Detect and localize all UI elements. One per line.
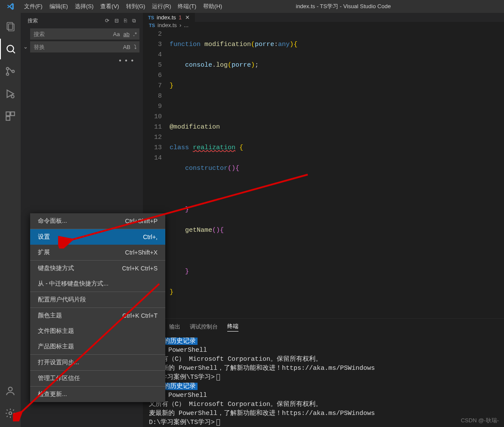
new-file-icon[interactable]: ⎘: [124, 18, 127, 24]
ts-icon: TS: [148, 15, 154, 20]
svg-point-12: [9, 412, 12, 415]
replace-all-icon[interactable]: ⤵: [134, 44, 137, 50]
panel-tab-output[interactable]: 输出: [169, 323, 180, 331]
tab-index-ts[interactable]: TS index.ts 1 ✕: [143, 13, 195, 22]
svg-point-11: [9, 387, 12, 391]
clear-icon[interactable]: ⊟: [114, 18, 119, 24]
panel-tab-debug[interactable]: 调试控制台: [190, 323, 218, 331]
collapse-icon[interactable]: ⧉: [132, 18, 136, 24]
svg-rect-10: [6, 117, 10, 120]
menu-file[interactable]: 文件(F): [21, 0, 46, 13]
breadcrumb-file: index.ts: [158, 22, 177, 28]
search-icon[interactable]: [0, 39, 21, 59]
account-icon[interactable]: [0, 381, 21, 401]
editor-area: TS index.ts 1 ✕ TS index.ts › ... 234567…: [143, 13, 504, 427]
code-editor[interactable]: 234567891011121314 function modification…: [143, 28, 504, 318]
breadcrumb[interactable]: TS index.ts › ...: [143, 22, 504, 28]
activity-bar: [0, 13, 21, 427]
preserve-case-icon[interactable]: AB: [123, 44, 130, 50]
match-case-icon[interactable]: Aa: [113, 31, 120, 37]
source-control-icon[interactable]: [0, 61, 21, 82]
breadcrumb-rest: ...: [184, 22, 189, 28]
menu-item[interactable]: 配置用户代码片段: [30, 292, 165, 307]
menu-edit[interactable]: 编辑(E): [46, 0, 71, 13]
window-title: index.ts - TS学习 - Visual Studio Code: [226, 3, 461, 10]
editor-tabs: TS index.ts 1 ✕: [143, 13, 504, 22]
panel-tabs: 1 输出 调试控制台 终端: [143, 319, 504, 335]
menu-select[interactable]: 选择(S): [71, 0, 97, 13]
menu-item[interactable]: 键盘快捷方式Ctrl+K Ctrl+S: [30, 261, 165, 276]
menu-item[interactable]: 文件图标主题: [30, 323, 165, 339]
refresh-icon[interactable]: ⟳: [105, 18, 109, 24]
close-icon[interactable]: ✕: [185, 14, 190, 21]
menu-item[interactable]: 检查更新...: [30, 387, 165, 402]
svg-line-3: [12, 51, 15, 53]
search-panel-title: 搜索: [28, 17, 38, 25]
ts-icon: TS: [149, 23, 155, 28]
menu-item[interactable]: 管理工作区信任: [30, 371, 165, 386]
run-debug-icon[interactable]: [0, 83, 21, 104]
match-whole-word-icon[interactable]: ab: [123, 31, 129, 37]
menu-item[interactable]: 命令面板...Ctrl+Shift+P: [30, 213, 165, 229]
gear-icon[interactable]: [0, 403, 21, 424]
menu-help[interactable]: 帮助(H): [200, 0, 226, 13]
titlebar: 文件(F) 编辑(E) 选择(S) 查看(V) 转到(G) 运行(R) 终端(T…: [0, 0, 504, 13]
toggle-details-icon[interactable]: • • •: [30, 54, 139, 65]
chevron-right-icon: ›: [179, 22, 181, 28]
menu-goto[interactable]: 转到(G): [123, 0, 149, 13]
explorer-icon[interactable]: [0, 16, 21, 37]
menu-item[interactable]: 产品图标主题: [30, 339, 165, 354]
search-panel-header: 搜索 ⟳ ⊟ ⎘ ⧉: [21, 13, 143, 28]
panel-tab-terminal[interactable]: 终端: [227, 323, 238, 332]
settings-context-menu: 命令面板...Ctrl+Shift+P设置Ctrl+,扩展Ctrl+Shift+…: [30, 213, 165, 402]
code-content: function modification(porre:any){ consol…: [170, 29, 504, 318]
extensions-icon[interactable]: [0, 106, 21, 126]
svg-point-7: [11, 95, 14, 98]
menu-terminal[interactable]: 终端(T): [174, 0, 200, 13]
menu-run[interactable]: 运行(R): [148, 0, 174, 13]
terminal[interactable]: 还原的历史记录 dows PowerShell又所有（C） Microsoft …: [143, 335, 504, 427]
vscode-logo-icon: [0, 3, 21, 10]
menu-item[interactable]: 扩展Ctrl+Shift+X: [30, 245, 165, 260]
chevron-down-icon[interactable]: ⌄: [21, 43, 30, 50]
menu-item[interactable]: 打开设置同步...: [30, 355, 165, 370]
svg-point-6: [12, 70, 14, 72]
regex-icon[interactable]: ․*: [133, 31, 137, 37]
panel: 1 输出 调试控制台 终端 还原的历史记录 dows PowerShell又所有…: [143, 318, 504, 427]
svg-rect-8: [6, 112, 10, 116]
menu-item[interactable]: 设置Ctrl+,: [30, 229, 165, 245]
menu-item[interactable]: 从 - 中迁移键盘快捷方式...: [30, 276, 165, 292]
menu-view[interactable]: 查看(V): [97, 0, 122, 13]
tab-label: index.ts: [157, 14, 176, 21]
dirty-indicator: 1: [179, 14, 182, 21]
svg-point-2: [7, 45, 13, 52]
svg-point-5: [6, 73, 9, 75]
svg-point-4: [6, 68, 9, 70]
menu-item[interactable]: 颜色主题Ctrl+K Ctrl+T: [30, 308, 165, 323]
menubar: 文件(F) 编辑(E) 选择(S) 查看(V) 转到(G) 运行(R) 终端(T…: [21, 0, 226, 13]
watermark: CSDN @-耿瑞-: [461, 417, 499, 424]
svg-rect-9: [11, 112, 15, 116]
